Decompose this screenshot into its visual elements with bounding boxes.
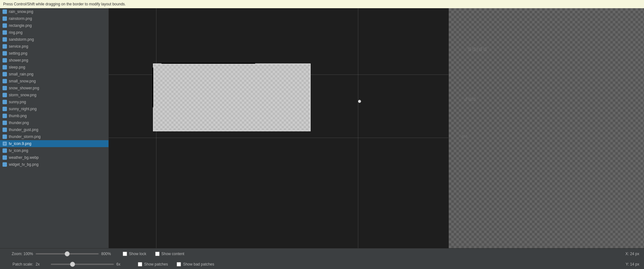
file-item-sandstorm-png[interactable]: sandstorm.png xyxy=(0,36,108,43)
file-item-tv_icon-9-png[interactable]: tv_icon.9.png xyxy=(0,140,108,147)
toolbar-row-2: Patch scale: 2x 6x Show patches Show bad… xyxy=(5,259,639,269)
file-icon xyxy=(3,16,7,21)
file-name-label: sunny.png xyxy=(9,100,26,104)
file-item-rainstorm-png[interactable]: rainstorm.png xyxy=(0,15,108,22)
file-icon xyxy=(3,141,7,146)
file-icon xyxy=(3,86,7,90)
file-icon xyxy=(3,58,7,63)
file-item-ring-png[interactable]: ring.png xyxy=(0,29,108,36)
file-icon xyxy=(3,65,7,69)
show-patches-label: Show patches xyxy=(144,262,168,266)
file-name-label: thunder.png xyxy=(9,121,29,125)
file-item-sunny-png[interactable]: sunny.png xyxy=(0,99,108,105)
nine-patch-preview-image[interactable] xyxy=(153,63,311,131)
crosshair-h2 xyxy=(109,138,448,138)
file-icon xyxy=(3,9,7,14)
show-bad-patches-checkbox[interactable] xyxy=(177,262,181,266)
file-item-widget_tv_bg-png[interactable]: widget_tv_bg.png xyxy=(0,161,108,168)
toolbar-row-1: Zoom: 100% 800% Show lock Show content X… xyxy=(5,248,639,259)
file-name-label: snow_shower.png xyxy=(9,86,39,90)
top-info-bar: Press Control/Shift while dragging on th… xyxy=(0,0,644,8)
file-icon xyxy=(3,79,7,83)
preview-panel: đ·đ±đ·đ đ·đ±đ đ±đ· xyxy=(448,8,644,248)
patch-scale-end-label: 6x xyxy=(116,262,129,266)
show-content-checkbox[interactable] xyxy=(155,252,160,256)
file-item-thumb-png[interactable]: thumb.png xyxy=(0,112,108,119)
patch-scale-label: Patch scale: xyxy=(5,262,33,266)
file-item-snow_shower-png[interactable]: snow_shower.png xyxy=(0,85,108,92)
file-name-label: weather_bg.webp xyxy=(9,155,39,160)
file-name-label: small_snow.png xyxy=(9,79,36,83)
file-icon xyxy=(3,100,7,104)
file-name-label: service.png xyxy=(9,44,28,49)
file-name-label: setting.png xyxy=(9,51,27,56)
file-item-small_rain-png[interactable]: small_rain.png xyxy=(0,71,108,78)
main-area: rain_snow.pngrainstorm.pngrectangle.pngr… xyxy=(0,8,644,248)
file-icon xyxy=(3,44,7,49)
zoom-max-label: 800% xyxy=(101,252,114,256)
file-name-label: sleep.png xyxy=(9,65,25,69)
zoom-label: Zoom: 100% xyxy=(5,252,33,256)
file-item-tv_icon-png[interactable]: tv_icon.png xyxy=(0,147,108,154)
file-name-label: thunder_gust.png xyxy=(9,128,38,132)
file-item-sunny_night-png[interactable]: sunny_night.png xyxy=(0,105,108,112)
file-icon xyxy=(3,134,7,139)
file-icon xyxy=(3,128,7,132)
coord-x: X: 24 px xyxy=(625,252,639,256)
file-list-sidebar[interactable]: rain_snow.pngrainstorm.pngrectangle.pngr… xyxy=(0,8,109,248)
file-name-label: widget_tv_bg.png xyxy=(9,162,38,167)
file-name-label: rain_snow.png xyxy=(9,9,33,14)
canvas-area[interactable] xyxy=(109,8,448,248)
file-name-label: sandstorm.png xyxy=(9,37,34,42)
file-item-thunder-png[interactable]: thunder.png xyxy=(0,119,108,126)
file-item-rectangle-png[interactable]: rectangle.png xyxy=(0,22,108,29)
zoom-slider[interactable] xyxy=(36,253,99,254)
file-item-service-png[interactable]: service.png xyxy=(0,43,108,50)
crosshair-v2 xyxy=(358,8,358,248)
file-item-sleep-png[interactable]: sleep.png xyxy=(0,64,108,71)
file-icon xyxy=(3,51,7,56)
show-lock-label: Show lock xyxy=(129,252,146,256)
file-icon xyxy=(3,72,7,76)
file-name-label: tv_icon.png xyxy=(9,148,28,153)
patch-scale-slider[interactable] xyxy=(51,264,114,265)
file-icon xyxy=(3,93,7,97)
file-name-label: rectangle.png xyxy=(9,23,32,28)
file-item-setting-png[interactable]: setting.png xyxy=(0,50,108,57)
bottom-toolbar: Zoom: 100% 800% Show lock Show content X… xyxy=(0,248,644,269)
file-icon xyxy=(3,30,7,35)
coord-y: Y: 14 px xyxy=(626,262,639,266)
file-name-label: sunny_night.png xyxy=(9,107,37,111)
file-name-label: thunder_storm.png xyxy=(9,134,41,139)
file-icon xyxy=(3,37,7,42)
file-icon xyxy=(3,114,7,118)
file-icon xyxy=(3,162,7,167)
file-item-shower-png[interactable]: shower.png xyxy=(0,57,108,64)
file-icon xyxy=(3,148,7,153)
file-item-small_snow-png[interactable]: small_snow.png xyxy=(0,78,108,85)
info-message: Press Control/Shift while dragging on th… xyxy=(3,2,126,6)
file-item-rain_snow-png[interactable]: rain_snow.png xyxy=(0,8,108,15)
handle-dot[interactable] xyxy=(358,100,361,103)
preview-label-2: đ·đ±đ xyxy=(465,97,476,102)
file-name-label: rainstorm.png xyxy=(9,16,32,21)
file-name-label: shower.png xyxy=(9,58,28,63)
file-icon xyxy=(3,121,7,125)
patch-scale-start-label: 2x xyxy=(36,262,48,266)
show-lock-checkbox[interactable] xyxy=(123,252,127,256)
file-item-weather_bg-webp[interactable]: weather_bg.webp xyxy=(0,154,108,161)
zoom-slider-container xyxy=(36,253,99,254)
file-icon xyxy=(3,107,7,111)
preview-label-1: đ·đ±đ·đ xyxy=(468,46,487,53)
file-name-label: storm_snow.png xyxy=(9,93,36,97)
show-patches-checkbox[interactable] xyxy=(138,262,142,266)
file-name-label: ring.png xyxy=(9,30,22,35)
show-bad-patches-group: Show bad patches xyxy=(177,262,214,266)
show-lock-group: Show lock xyxy=(123,252,146,256)
file-item-thunder_storm-png[interactable]: thunder_storm.png xyxy=(0,133,108,140)
show-bad-patches-label: Show bad patches xyxy=(183,262,214,266)
file-item-storm_snow-png[interactable]: storm_snow.png xyxy=(0,92,108,99)
file-name-label: small_rain.png xyxy=(9,72,33,76)
file-item-thunder_gust-png[interactable]: thunder_gust.png xyxy=(0,126,108,133)
show-content-group: Show content xyxy=(155,252,184,256)
